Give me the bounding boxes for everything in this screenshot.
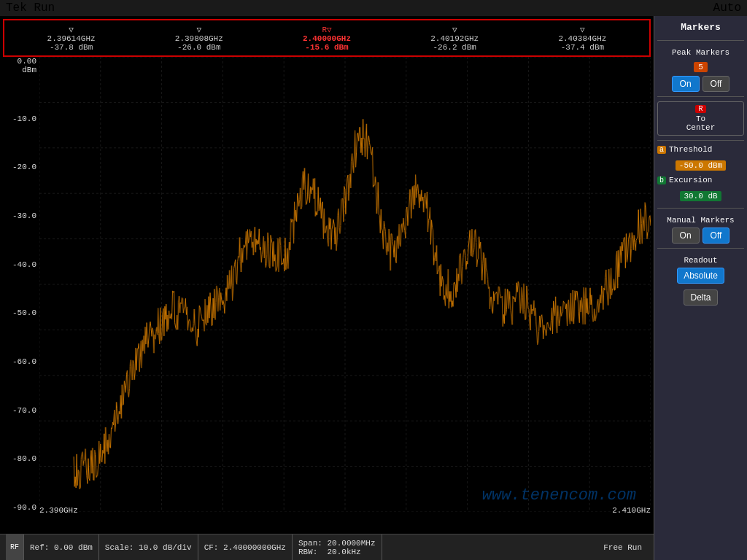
readout-absolute-button[interactable]: Absolute: [677, 268, 724, 284]
excursion-row: b Excursion: [657, 176, 744, 184]
marker-val-3: -15.6 dBm: [305, 43, 348, 52]
divider-4: [657, 208, 744, 209]
marker-arrow-2: ▽: [196, 25, 201, 34]
span-rbw-status: Span: 20.0000MHz RBW: 20.0kHz: [293, 534, 382, 560]
peak-markers-on-button[interactable]: On: [672, 76, 700, 92]
marker-entry-1: ▽ 2.39614GHz -37.8 dBm: [7, 25, 135, 52]
divider-3: [657, 140, 744, 141]
readout-label: Readout: [657, 256, 744, 265]
marker-arrow-5: ▽: [580, 25, 585, 34]
b-badge: b: [657, 176, 666, 184]
right-panel: Markers Peak Markers 5 On Off R ToCenter…: [654, 16, 747, 560]
marker-freq-5: 2.40384GHz: [558, 34, 606, 43]
threshold-row: a Threshold: [657, 145, 744, 154]
y-label-3: -30.0: [3, 211, 38, 220]
marker-freq-1: 2.39614GHz: [47, 34, 96, 43]
to-center-button[interactable]: R ToCenter: [657, 101, 744, 136]
peak-markers-off-button[interactable]: Off: [703, 76, 730, 92]
marker-entry-4: ▽ 2.40192GHz -26.2 dBm: [391, 25, 519, 52]
marker-entry-3: R▽ 2.40000GHz -15.6 dBm: [263, 25, 390, 52]
marker-freq-4: 2.40192GHz: [430, 34, 479, 43]
marker-readout-box: ▽ 2.39614GHz -37.8 dBm ▽ 2.39808GHz -26.…: [3, 19, 651, 57]
auto-label: Auto: [713, 1, 741, 15]
marker-arrow-4: ▽: [452, 25, 457, 34]
y-label-5: -50.0: [3, 308, 38, 317]
plot-area: 0.00 dBm-10.0-20.0-30.0-40.0-50.0-60.0-7…: [3, 57, 651, 534]
main-layout: ▽ 2.39614GHz -37.8 dBm ▽ 2.39808GHz -26.…: [0, 16, 747, 560]
top-bar: Tek Run Auto: [0, 0, 747, 16]
peak-markers-toggle-row: On Off: [657, 76, 744, 92]
manual-markers-label: Manual Markers: [657, 216, 744, 225]
marker-arrow-3: R▽: [322, 25, 331, 34]
cf-status: CF: 2.40000000GHz: [198, 534, 293, 560]
marker-entry-5: ▽ 2.40384GHz -37.4 dBm: [519, 25, 646, 52]
y-label-2: -20.0: [3, 163, 38, 171]
y-label-6: -60.0: [3, 357, 38, 366]
marker-freq-2: 2.39808GHz: [175, 34, 223, 43]
spectrum-canvas: [39, 57, 651, 512]
excursion-label: Excursion: [669, 176, 712, 184]
divider-2: [657, 96, 744, 97]
readout-delta-button[interactable]: Delta: [684, 289, 717, 306]
peak-count-badge: 5: [694, 62, 708, 72]
divider-1: [657, 40, 744, 41]
marker-val-2: -26.0 dBm: [177, 43, 220, 52]
a-badge: a: [657, 146, 666, 154]
y-label-4: -40.0: [3, 260, 38, 269]
readout-delta-row: Delta: [657, 289, 744, 306]
rf-badge: RF: [6, 534, 24, 560]
marker-val-4: -26.2 dBm: [433, 43, 476, 52]
to-center-label: ToCenter: [686, 114, 716, 132]
status-bar: RF Ref: 0.00 dBm Scale: 10.0 dB/div CF: …: [0, 534, 654, 560]
manual-markers-toggle-row: On Off: [657, 228, 744, 244]
peak-markers-label: Peak Markers: [657, 48, 744, 57]
r-badge: R: [695, 105, 705, 113]
free-run-status: Free Run: [597, 534, 648, 560]
threshold-value[interactable]: -50.0 dBm: [676, 160, 726, 171]
ref-status: Ref: 0.00 dBm: [24, 534, 99, 560]
divider-5: [657, 248, 744, 249]
readout-toggle-row: Absolute: [657, 268, 744, 284]
manual-markers-off-button[interactable]: Off: [703, 228, 730, 244]
y-axis: 0.00 dBm-10.0-20.0-30.0-40.0-50.0-60.0-7…: [3, 57, 38, 512]
marker-freq-3: 2.40000GHz: [303, 34, 351, 43]
marker-val-1: -37.8 dBm: [50, 43, 93, 52]
marker-arrow-1: ▽: [69, 25, 74, 34]
y-label-1: -10.0: [3, 114, 38, 123]
marker-entry-2: ▽ 2.39808GHz -26.0 dBm: [135, 25, 263, 52]
y-label-0: 0.00 dBm: [3, 57, 38, 74]
tek-run-label: Tek Run: [6, 1, 55, 15]
spectrum-area: ▽ 2.39614GHz -37.8 dBm ▽ 2.39808GHz -26.…: [0, 16, 654, 560]
scale-status: Scale: 10.0 dB/div: [99, 534, 198, 560]
markers-title: Markers: [657, 19, 744, 36]
y-label-7: -70.0: [3, 406, 38, 415]
y-label-9: -90.0: [3, 503, 38, 512]
excursion-value[interactable]: 30.0 dB: [680, 191, 721, 201]
y-label-8: -80.0: [3, 454, 38, 463]
manual-markers-on-button[interactable]: On: [672, 228, 700, 244]
threshold-label: Threshold: [669, 145, 712, 154]
marker-val-5: -37.4 dBm: [561, 43, 604, 52]
